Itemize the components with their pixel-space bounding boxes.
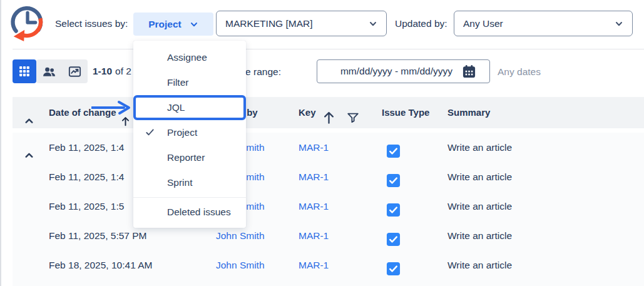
chevron-down-icon [615,19,623,28]
menu-item-jql[interactable]: JQL [133,95,246,120]
issue-key-link[interactable]: MAR-1 [299,133,329,162]
pagination-status: 1-10of 2 [93,59,131,83]
updated-by-label: Updated by: [395,17,447,31]
table-header-row: Date of change Updated by Key Issue Type… [13,97,644,128]
pagination-total: of 2 [115,66,131,76]
table-row: Feb 11, 2025, 1:5 John Smith MAR-1 Write… [13,192,644,221]
summary-cell: Write an article [447,162,512,192]
summary-cell: Write an article [447,192,512,221]
select-issues-by-label: Select issues by: [55,17,128,31]
view-switcher [13,59,88,83]
clock-history-logo-icon [8,3,49,44]
view-switcher-group [36,59,88,83]
issue-key-link[interactable]: MAR-1 [299,221,329,250]
updated-by-select[interactable]: Any User [454,11,633,36]
select-by-mode-button[interactable]: Project [133,13,213,36]
table-row: Feb 11, 2025, 5:57 PM John Smith MAR-1 W… [13,221,644,250]
menu-item-sprint[interactable]: Sprint [133,170,246,195]
task-checkbox-icon[interactable] [386,258,401,286]
select-by-dropdown-menu: Assignee Filter JQL Project Reporter Spr… [133,41,246,228]
header-divider [13,49,644,49]
table-row: Feb 11, 2025, 1:4 John Smith MAR-1 Write… [13,133,644,162]
any-dates-label: Any dates [498,65,541,79]
date-of-change-cell: Feb 11, 2025, 1:4 [49,162,124,192]
issue-key-link[interactable]: MAR-1 [299,192,329,221]
date-of-change-cell: Feb 11, 2025, 5:57 PM [49,221,147,250]
menu-item-reporter[interactable]: Reporter [133,145,246,170]
menu-item-deleted-issues[interactable]: Deleted issues [133,200,246,225]
date-of-change-cell: Feb 11, 2025, 1:5 [49,192,124,221]
issue-key-link[interactable]: MAR-1 [299,162,329,192]
summary-cell: Write an article [447,133,512,162]
menu-item-filter[interactable]: Filter [133,70,246,95]
updated-by-link[interactable]: John Smith [216,250,265,280]
updated-by-select-value: Any User [463,18,615,29]
column-header-date-of-change[interactable]: Date of change [49,97,116,128]
column-header-summary: Summary [447,97,490,128]
menu-item-label: Project [167,127,197,138]
column-header-issue-type: Issue Type [382,97,429,128]
chevron-down-icon [369,19,377,28]
menu-item-project[interactable]: Project [133,120,246,145]
grid-view-icon[interactable] [13,59,36,83]
table-body: Feb 11, 2025, 1:4 John Smith MAR-1 Write… [13,133,644,286]
summary-cell: Write an article [447,250,512,280]
menu-divider [133,197,246,198]
mode-button-label: Project [148,19,181,30]
pagination-range: 1-10 [93,66,112,76]
menu-item-assignee[interactable]: Assignee [133,45,246,70]
project-select[interactable]: MARKETING [MAR] [216,11,387,36]
date-of-change-cell: Feb 11, 2025, 1:4 [49,133,124,162]
date-of-change-cell: Feb 18, 2025, 10:41 AM [49,250,152,280]
left-edge-divider [0,0,1,286]
checkmark-icon [145,128,155,137]
chevron-down-icon [190,20,198,29]
table-row: Feb 18, 2025, 10:41 AM John Smith MAR-1 … [13,250,644,280]
activity-chart-view-icon[interactable] [62,59,88,83]
project-select-value: MARKETING [MAR] [225,18,369,29]
issue-key-link[interactable]: MAR-1 [299,250,329,280]
calendar-icon[interactable] [461,64,477,79]
users-view-icon[interactable] [36,59,62,83]
column-header-key[interactable]: Key [299,97,316,128]
summary-cell: Write an article [447,221,512,250]
issue-history-app: Select issues by: Project MARKETING [MAR… [0,0,644,286]
table-row: Feb 11, 2025, 1:4 John Smith MAR-1 Write… [13,162,644,192]
